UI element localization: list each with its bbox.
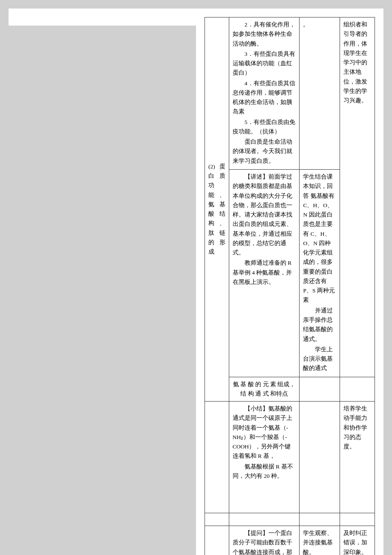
topic-protein: (2) 蛋 白 质功能、氨 基 酸结构、肽 链 的 形 成 xyxy=(205,17,229,402)
func-4: 4．有些蛋白质其信息传递作用，能够调节机体的生命活动，如胰岛素 xyxy=(233,79,296,117)
amino-teacher-action: 教师通过准备的 R 基举例 4 种氨基酸，并在黑板上演示。 xyxy=(233,258,296,287)
page-container xyxy=(9,9,196,26)
row-summary: 【小结】氨基酸的通式是同一个碳原子上同时连着一个氨基（-NH₂）和一个羧基（-C… xyxy=(205,402,375,513)
student-amino-1: 学生结合课本知识，回答 氨基酸有 C、H、O、N 因此蛋白质也是主要有 C、H、… xyxy=(303,172,336,305)
teacher-cultivate: 培养学生动手能力和协作学习的态度。 xyxy=(340,402,375,513)
content-amino-topic-label: 氨 基 酸 的 元 素 组成，结 构 通 式 和特点 xyxy=(229,377,300,402)
teacher-organize: 组织者和引导者的作用，体现学生在学习中的主体地位，激发学生的学习兴趣。 xyxy=(340,17,375,377)
student-observe: 学生观察、并连接氨基酸。 xyxy=(303,529,336,555)
teacher-organize-text: 组织者和引导者的作用，体现学生在学习中的主体地位，激发学生的学习兴趣。 xyxy=(343,21,367,104)
topic-dehydration: 脱 水 缩 合 的 过程 xyxy=(205,526,229,555)
student-amino-2: 并通过亲手操作总结氨基酸的通式。 xyxy=(303,306,336,344)
row-spacer xyxy=(205,513,375,526)
teacher-empty-spacer xyxy=(340,513,375,526)
topic-empty-summary xyxy=(205,402,229,513)
content-amino-acid: 【讲述】前面学过的糖类和脂质都是由基本单位构成的大分子化合物，那么蛋白质也一样。… xyxy=(229,169,300,377)
content-table: (2) 蛋 白 质功能、氨 基 酸结构、肽 链 的 形 成 2．具有催化作用，如… xyxy=(205,17,375,555)
func-2: 2．具有催化作用，如参加生物体各种生命活动的酶。 xyxy=(233,20,296,49)
row-protein-functions: (2) 蛋 白 质功能、氨 基 酸结构、肽 链 的 形 成 2．具有催化作用，如… xyxy=(205,17,375,170)
teacher-correct-text: 及时纠正错误，加深印象。 xyxy=(343,529,371,555)
student-amino: 学生结合课本知识，回答 氨基酸有 C、H、O、N 因此蛋白质也是主要有 C、H、… xyxy=(300,169,340,377)
func-5: 5．有些蛋白质由免疫功能。（抗体） xyxy=(233,118,296,137)
teacher-empty-1 xyxy=(340,377,375,402)
func-3: 3．有些蛋白质具有运输载体的功能（血红蛋白） xyxy=(233,49,296,78)
summary-kinds: 氨基酸根据 R 基不同，大约有 20 种。 xyxy=(233,462,296,481)
student-empty-2 xyxy=(300,377,340,402)
student-empty-spacer xyxy=(300,513,340,526)
row-amino-element: 氨 基 酸 的 元 素 组成，结 构 通 式 和特点 xyxy=(205,377,375,402)
student-dehy-top: 学生观察、并连接氨基酸。 xyxy=(300,526,340,555)
topic-protein-text: (2) 蛋 白 质功能、氨 基 酸结构、肽 链 的 形 成 xyxy=(208,163,225,255)
topic-empty-spacer xyxy=(205,513,229,526)
amino-lecture: 【讲述】前面学过的糖类和脂质都是由基本单位构成的大分子化合物，那么蛋白质也一样。… xyxy=(233,172,296,257)
func-intro: 蛋白质是生命活动的体现者。今天我们就来学习蛋白质。 xyxy=(233,137,296,166)
summary-text: 【小结】氨基酸的通式是同一个碳原子上同时连着一个氨基（-NH₂）和一个羧基（-C… xyxy=(233,404,296,461)
content-empty-spacer xyxy=(229,513,300,526)
page: (2) 蛋 白 质功能、氨 基 酸结构、肽 链 的 形 成 2．具有催化作用，如… xyxy=(196,9,383,555)
dot: 。 xyxy=(303,21,309,28)
student-empty-1: 。 xyxy=(300,17,340,170)
teacher-correct: 及时纠正错误，加深印象。 xyxy=(340,526,375,555)
dehy-question: 【提问】一个蛋白质分子可能由数百数千个氨基酸连接而成，那么是如何形成蛋白质？现在… xyxy=(233,529,296,555)
content-dehydration-main: 【提问】一个蛋白质分子可能由数百数千个氨基酸连接而成，那么是如何形成蛋白质？现在… xyxy=(229,526,300,555)
teacher-cultivate-text: 培养学生动手能力和协作学习的态度。 xyxy=(343,405,367,450)
content-summary: 【小结】氨基酸的通式是同一个碳原子上同时连着一个氨基（-NH₂）和一个羧基（-C… xyxy=(229,402,300,513)
student-amino-3: 学生上台演示氨基酸的通式 xyxy=(303,345,336,373)
content-protein-functions: 2．具有催化作用，如参加生物体各种生命活动的酶。 3．有些蛋白质具有运输载体的功… xyxy=(229,17,300,170)
amino-element-label: 氨 基 酸 的 元 素 组成，结 构 通 式 和特点 xyxy=(233,381,295,397)
student-empty-3 xyxy=(300,402,340,513)
row-dehydration-top: 脱 水 缩 合 的 过程 【提问】一个蛋白质分子可能由数百数千个氨基酸连接而成，… xyxy=(205,526,375,555)
